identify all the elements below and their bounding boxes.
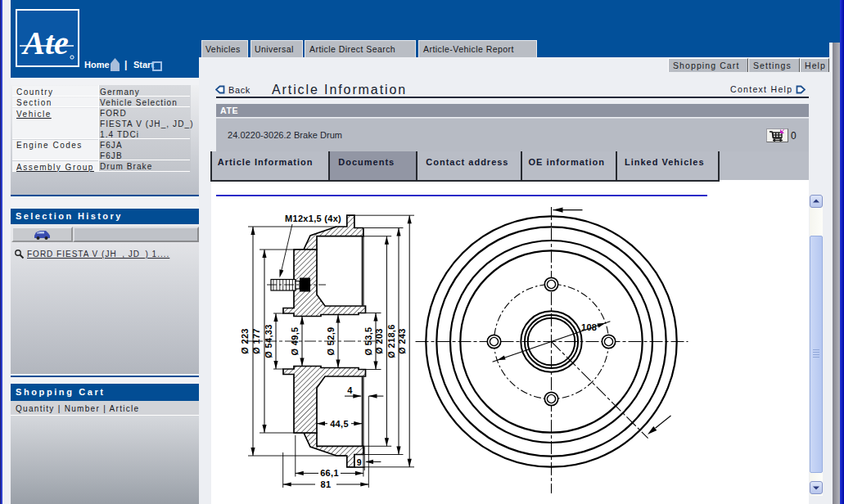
svg-text:Ø 177: Ø 177 [251, 328, 261, 353]
svg-text:Ø 49,5: Ø 49,5 [290, 327, 300, 356]
svg-text:Ø 52,9: Ø 52,9 [326, 327, 336, 356]
svg-text:Ø 203: Ø 203 [374, 328, 384, 353]
svg-text:66,1: 66,1 [320, 468, 339, 478]
svg-text:9: 9 [357, 457, 362, 467]
svg-text:44,5: 44,5 [330, 419, 349, 429]
svg-text:Ø 243: Ø 243 [397, 328, 407, 353]
svg-text:108: 108 [581, 322, 597, 332]
svg-text:Ø 218,6: Ø 218,6 [386, 324, 396, 358]
svg-text:Ø 53,5: Ø 53,5 [363, 327, 373, 356]
svg-text:81: 81 [321, 479, 332, 489]
svg-text:4: 4 [347, 385, 353, 395]
svg-text:Ø 223: Ø 223 [240, 328, 250, 353]
svg-text:Ø 54,33: Ø 54,33 [264, 324, 273, 358]
svg-text:M12x1,5 (4x): M12x1,5 (4x) [285, 214, 341, 223]
